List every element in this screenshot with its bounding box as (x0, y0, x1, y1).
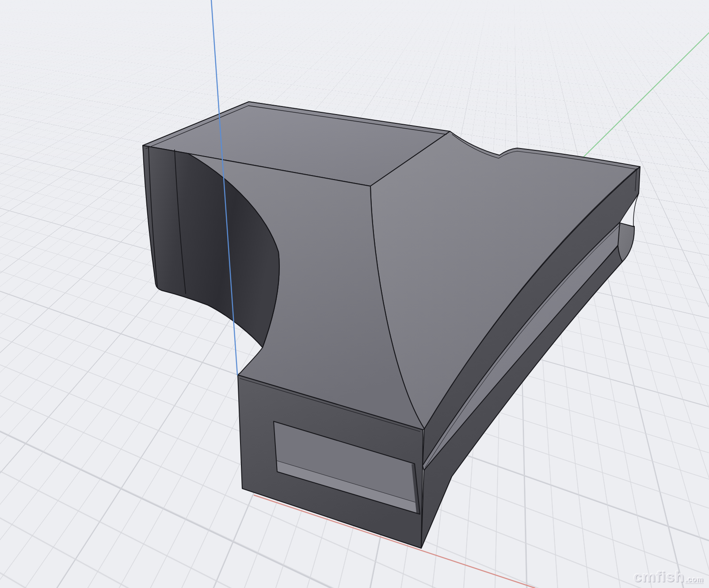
watermark-brand: cmfish (633, 568, 685, 585)
model-canvas[interactable] (0, 0, 709, 588)
cad-viewport[interactable]: cmfish.com (0, 0, 709, 588)
face-base-end[interactable] (618, 223, 634, 262)
watermark: cmfish.com (633, 568, 704, 585)
watermark-suffix: .com (686, 576, 704, 584)
